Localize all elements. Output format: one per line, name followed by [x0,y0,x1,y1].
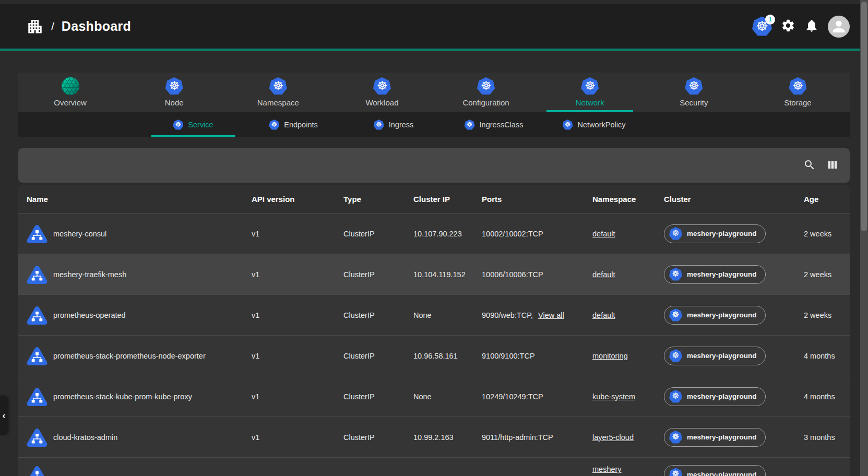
cluster-chip[interactable]: ☸ meshery-playground [664,428,766,447]
cluster-ip-cell: 10.107.90.223 [413,230,482,238]
column-header-name[interactable]: Name [27,195,252,204]
ports-value: 9011/http-admin:TCP [482,433,553,442]
cluster-name: meshery-playground [687,433,757,441]
cluster-name: meshery-playground [687,311,757,319]
settings-button[interactable] [781,18,795,34]
cluster-name: meshery-playground [687,471,757,476]
kubernetes-icon: ☸ [581,77,599,95]
namespace-link[interactable]: monitoring [592,352,628,360]
table-row[interactable]: prometheus-operated v1 ClusterIP None 90… [18,295,850,336]
bell-icon [804,18,819,34]
ports-value: 10002/10002:TCP [482,230,543,238]
column-header-namespace[interactable]: Namespace [592,195,664,204]
column-header-cluster[interactable]: Cluster [664,195,804,204]
namespace-link[interactable]: kube-system [592,392,635,401]
column-header-cluster-ip[interactable]: Cluster IP [413,195,482,204]
cluster-chip[interactable]: ☸ meshery-playground [664,306,766,325]
api-version-cell: v1 [252,352,343,360]
name-cell: cloud-kratos-admin [27,427,252,447]
kubernetes-icon: ☸ [563,120,573,130]
ports-cell: 10002/10002:TCP [482,230,592,238]
namespace-link[interactable]: default [592,311,615,319]
person-icon [830,18,848,38]
cluster-chip[interactable]: ☸ meshery-playground [664,465,766,476]
page-title: Dashboard [62,19,131,34]
cluster-chip[interactable]: ☸ meshery-playground [664,224,766,243]
tab-workload[interactable]: ☸ Workload [330,73,434,112]
kubernetes-icon: ☸ [789,77,806,95]
header-accent-line [0,49,868,51]
scrollbar-thumb[interactable] [861,2,867,231]
tab-label: Security [680,98,708,107]
view-all-link[interactable]: View all [538,311,564,319]
subtab-ingressclass[interactable]: ☸ IngressClass [444,112,544,137]
sidebar-collapse-handle[interactable]: ‹ [0,396,8,435]
namespace-cell: kube-system [592,392,664,401]
namespace-link[interactable]: default [592,270,615,279]
type-cell: ClusterIP [343,230,413,238]
user-avatar[interactable] [828,16,850,38]
type-cell: ClusterIP [343,392,413,401]
ports-value: 9090/web:TCP, [482,311,533,319]
notifications-button[interactable] [804,18,819,34]
subtab-label: Endpoints [284,121,318,129]
search-button[interactable] [803,159,816,173]
dashboard-content: ☸ Overview ☸ Node ☸ Namespace ☸ Workload… [0,73,868,476]
table-row[interactable]: prometheus-stack-kube-prom-kube-proxy v1… [18,376,850,417]
table-header-row: NameAPI versionTypeCluster IPPortsNamesp… [18,185,850,213]
cluster-chip[interactable]: ☸ meshery-playground [664,387,766,406]
view-columns-button[interactable] [826,159,838,173]
cluster-ip-cell: None [413,311,482,319]
api-version-cell: v1 [252,230,343,238]
tab-storage[interactable]: ☸ Storage [746,73,850,112]
tab-network[interactable]: ☸ Network [538,73,642,112]
name-cell [27,465,252,476]
table-row[interactable]: cloud-kratos-admin v1 ClusterIP 10.99.2.… [18,417,850,458]
service-name: prometheus-stack-prometheus-node-exporte… [53,352,206,360]
service-name: prometheus-operated [53,311,126,319]
cluster-chip[interactable]: ☸ meshery-playground [664,265,766,284]
namespace-link[interactable]: layer5-cloud [592,433,634,442]
service-resource-icon [27,224,47,244]
kubernetes-icon: ☸ [373,77,391,95]
tab-namespace[interactable]: ☸ Namespace [226,73,330,112]
table-row[interactable]: prometheus-stack-prometheus-node-exporte… [18,336,850,376]
cluster-cell: ☸ meshery-playground [664,265,804,284]
column-header-age[interactable]: Age [804,195,841,204]
subtab-endpoints[interactable]: ☸ Endpoints [243,112,343,137]
column-header-ports[interactable]: Ports [482,195,592,204]
column-header-api-version[interactable]: API version [252,195,343,204]
column-header-type[interactable]: Type [343,195,413,204]
table-row[interactable]: meshery-consul v1 ClusterIP 10.107.90.22… [18,213,850,254]
namespace-link[interactable]: default [592,230,615,238]
table-row[interactable]: meshery-traefik-mesh v1 ClusterIP 10.104… [18,254,850,295]
kubernetes-context-button[interactable]: ☸ 1 [752,17,772,37]
cluster-cell: ☸ meshery-playground [664,224,804,243]
resource-category-tabs: ☸ Overview ☸ Node ☸ Namespace ☸ Workload… [18,73,850,112]
tab-configuration[interactable]: ☸ Configuration [434,73,538,112]
subtab-networkpolicy[interactable]: ☸ NetworkPolicy [544,112,644,137]
cluster-cell: ☸ meshery-playground [664,428,804,447]
name-cell: meshery-traefik-mesh [27,265,252,284]
search-icon [803,159,816,173]
namespace-cell: layer5-cloud [592,433,664,442]
subtab-ingress[interactable]: ☸ Ingress [343,112,444,137]
cluster-ip-cell: 10.96.58.161 [413,352,482,360]
service-name: meshery-consul [53,230,106,238]
kubernetes-icon: ☸ [669,349,682,362]
namespace-link[interactable]: meshery [592,465,622,473]
tab-node[interactable]: ☸ Node [122,73,226,112]
name-cell: prometheus-stack-kube-prom-kube-proxy [27,387,252,407]
kubernetes-icon: ☸ [669,308,682,322]
breadcrumb-separator: / [51,20,54,33]
tab-security[interactable]: ☸ Security [642,73,746,112]
type-cell: ClusterIP [343,352,413,360]
table-row[interactable]: meshery ☸ meshery-playground [18,458,850,476]
vertical-scrollbar[interactable] [860,0,868,476]
subtab-service[interactable]: ☸ Service [143,112,243,137]
namespace-cell: monitoring [592,352,664,360]
ports-cell: 9100/9100:TCP [482,352,592,360]
cluster-chip[interactable]: ☸ meshery-playground [664,347,766,365]
organization-building-icon[interactable] [26,18,44,35]
tab-overview[interactable]: ☸ Overview [18,73,122,112]
